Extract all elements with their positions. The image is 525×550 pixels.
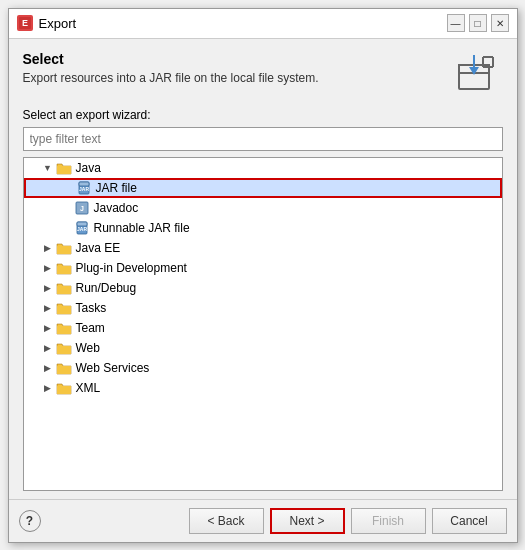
item-label: Java (76, 161, 101, 175)
expand-arrow[interactable] (42, 322, 54, 334)
expand-arrow[interactable] (42, 342, 54, 354)
section-title: Select (23, 51, 319, 67)
item-label: XML (76, 381, 101, 395)
item-label: Plug-in Development (76, 261, 187, 275)
next-button[interactable]: Next > (270, 508, 345, 534)
folder-icon (56, 381, 72, 395)
tree-item-tasks[interactable]: Tasks (24, 298, 502, 318)
minimize-button[interactable]: — (447, 14, 465, 32)
back-button[interactable]: < Back (189, 508, 264, 534)
window-icon: E (17, 15, 33, 31)
expand-arrow[interactable] (42, 242, 54, 254)
window-title: Export (39, 16, 447, 31)
svg-text:JAR: JAR (78, 186, 88, 192)
tree-item-web[interactable]: Web (24, 338, 502, 358)
close-button[interactable]: ✕ (491, 14, 509, 32)
item-label: Java EE (76, 241, 121, 255)
tree-item-xml[interactable]: XML (24, 378, 502, 398)
folder-icon (56, 341, 72, 355)
item-label: Web Services (76, 361, 150, 375)
cancel-button[interactable]: Cancel (432, 508, 507, 534)
folder-icon (56, 161, 72, 175)
svg-text:E: E (21, 18, 27, 28)
item-label: Web (76, 341, 100, 355)
tree-item-javadoc[interactable]: J Javadoc (24, 198, 502, 218)
title-bar: E Export — □ ✕ (9, 9, 517, 39)
maximize-button[interactable]: □ (469, 14, 487, 32)
tree-item-team[interactable]: Team (24, 318, 502, 338)
folder-icon (56, 321, 72, 335)
item-label: Tasks (76, 301, 107, 315)
folder-icon (56, 281, 72, 295)
expand-arrow[interactable] (42, 282, 54, 294)
window-controls: — □ ✕ (447, 14, 509, 32)
tree-item-run-debug[interactable]: Run/Debug (24, 278, 502, 298)
tree-item-java-ee[interactable]: Java EE (24, 238, 502, 258)
export-window: E Export — □ ✕ Select Export resources i… (8, 8, 518, 543)
jar-icon: JAR (76, 181, 92, 195)
tree-item-jar-file[interactable]: JAR JAR file (24, 178, 502, 198)
expand-arrow[interactable] (42, 262, 54, 274)
export-icon (455, 55, 499, 98)
folder-icon (56, 361, 72, 375)
item-label: Run/Debug (76, 281, 137, 295)
jar-icon: JAR (74, 221, 90, 235)
dialog-content: Select Export resources into a JAR file … (9, 39, 517, 499)
expand-arrow[interactable] (42, 302, 54, 314)
tree-item-java[interactable]: Java (24, 158, 502, 178)
wizard-label: Select an export wizard: (23, 108, 503, 122)
item-label: Team (76, 321, 105, 335)
folder-icon (56, 261, 72, 275)
filter-input[interactable] (23, 127, 503, 151)
tree-container[interactable]: Java JAR JAR file J Javadoc JAR Runnable… (23, 157, 503, 491)
folder-icon (56, 241, 72, 255)
tree-item-web-services[interactable]: Web Services (24, 358, 502, 378)
item-label: Javadoc (94, 201, 139, 215)
item-label: Runnable JAR file (94, 221, 190, 235)
item-label: JAR file (96, 181, 137, 195)
svg-text:J: J (80, 205, 84, 212)
svg-text:JAR: JAR (76, 226, 86, 232)
help-button[interactable]: ? (19, 510, 41, 532)
expand-arrow[interactable] (42, 162, 54, 174)
section-description: Export resources into a JAR file on the … (23, 71, 319, 85)
tree-item-plugin-dev[interactable]: Plug-in Development (24, 258, 502, 278)
tree-item-runnable-jar[interactable]: JAR Runnable JAR file (24, 218, 502, 238)
finish-button[interactable]: Finish (351, 508, 426, 534)
expand-arrow[interactable] (42, 382, 54, 394)
footer-buttons: < Back Next > Finish Cancel (189, 508, 507, 534)
header-area: Select Export resources into a JAR file … (23, 51, 503, 98)
expand-arrow[interactable] (42, 362, 54, 374)
folder-icon (56, 301, 72, 315)
jar-icon: J (74, 201, 90, 215)
footer-bar: ? < Back Next > Finish Cancel (9, 499, 517, 542)
